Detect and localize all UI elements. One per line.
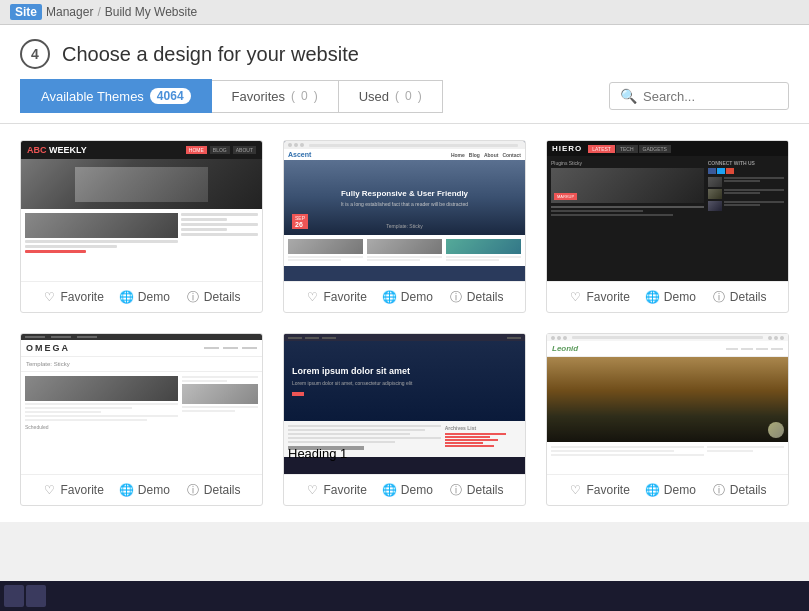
taskbar-btn-2[interactable]	[26, 585, 46, 607]
details-label-ascent: Details	[467, 290, 504, 304]
favorite-btn-omega[interactable]: ♡ Favorite	[42, 483, 103, 497]
details-btn-abc[interactable]: ⓘ Details	[186, 290, 241, 304]
favorite-label-primer: Favorite	[323, 483, 366, 497]
info-icon: ⓘ	[186, 290, 200, 304]
manager-link[interactable]: Manager	[46, 5, 93, 19]
details-label-omega: Details	[204, 483, 241, 497]
details-label-primer: Details	[467, 483, 504, 497]
favorites-count: (	[291, 89, 295, 103]
demo-label-ascent: Demo	[401, 290, 433, 304]
theme-card-leonid: Leonid	[546, 333, 789, 506]
main-content: 4 Choose a design for your website Avail…	[0, 25, 809, 522]
favorite-btn-leonid[interactable]: ♡ Favorite	[568, 483, 629, 497]
globe-icon-omega: 🌐	[120, 483, 134, 497]
search-icon: 🔍	[620, 88, 637, 104]
info-icon-hiero: ⓘ	[712, 290, 726, 304]
heart-icon-ascent: ♡	[305, 290, 319, 304]
tab-used[interactable]: Used (0)	[339, 80, 443, 113]
step-badge: 4	[20, 39, 50, 69]
theme-actions-abc: ♡ Favorite 🌐 Demo ⓘ Details	[21, 281, 262, 312]
theme-actions-ascent: ♡ Favorite 🌐 Demo ⓘ Details	[284, 281, 525, 312]
favorite-btn-primer[interactable]: ♡ Favorite	[305, 483, 366, 497]
theme-preview-omega: OMEGA Template: Sticky	[21, 334, 262, 474]
theme-preview-abc: ABC WEEKLY HOME BLOG ABOUT	[21, 141, 262, 281]
demo-label-primer: Demo	[401, 483, 433, 497]
tab-available-label: Available Themes	[41, 89, 144, 104]
tab-used-label: Used	[359, 89, 389, 104]
favorite-btn-abc[interactable]: ♡ Favorite	[42, 290, 103, 304]
search-input[interactable]	[643, 89, 778, 104]
available-count-badge: 4064	[150, 88, 191, 104]
demo-label-hiero: Demo	[664, 290, 696, 304]
theme-preview-hiero: HIERO LATEST TECH GADGETS Plugins Sticky…	[547, 141, 788, 281]
tab-favorites-label: Favorites	[232, 89, 285, 104]
info-icon-primer: ⓘ	[449, 483, 463, 497]
demo-btn-ascent[interactable]: 🌐 Demo	[383, 290, 433, 304]
demo-btn-leonid[interactable]: 🌐 Demo	[646, 483, 696, 497]
theme-actions-primer: ♡ Favorite 🌐 Demo ⓘ Details	[284, 474, 525, 505]
demo-label-leonid: Demo	[664, 483, 696, 497]
heart-icon-omega: ♡	[42, 483, 56, 497]
theme-card-hiero: HIERO LATEST TECH GADGETS Plugins Sticky…	[546, 140, 789, 313]
favorite-label-hiero: Favorite	[586, 290, 629, 304]
demo-label-omega: Demo	[138, 483, 170, 497]
current-page-label: Build My Website	[105, 5, 197, 19]
favorite-label-leonid: Favorite	[586, 483, 629, 497]
page-title: Choose a design for your website	[62, 43, 359, 66]
tab-favorites[interactable]: Favorites (0)	[212, 80, 339, 113]
favorites-count-val: 0	[301, 89, 308, 103]
favorite-btn-ascent[interactable]: ♡ Favorite	[305, 290, 366, 304]
theme-preview-ascent: Ascent Home Blog About Contact Fully Res…	[284, 141, 525, 281]
theme-grid: ABC WEEKLY HOME BLOG ABOUT	[0, 124, 809, 522]
demo-btn-abc[interactable]: 🌐 Demo	[120, 290, 170, 304]
theme-card-primer: Lorem ipsum dolor sit amet Lorem ipsum d…	[283, 333, 526, 506]
tab-available-themes[interactable]: Available Themes 4064	[20, 79, 212, 113]
details-label: Details	[204, 290, 241, 304]
topbar: Site Manager / Build My Website	[0, 0, 809, 25]
theme-preview-leonid: Leonid	[547, 334, 788, 474]
page-header: 4 Choose a design for your website	[0, 25, 809, 79]
info-icon-omega: ⓘ	[186, 483, 200, 497]
globe-icon-ascent: 🌐	[383, 290, 397, 304]
theme-actions-leonid: ♡ Favorite 🌐 Demo ⓘ Details	[547, 474, 788, 505]
demo-label: Demo	[138, 290, 170, 304]
details-btn-primer[interactable]: ⓘ Details	[449, 483, 504, 497]
details-btn-omega[interactable]: ⓘ Details	[186, 483, 241, 497]
used-count-close: )	[418, 89, 422, 103]
theme-card-abc-weekly: ABC WEEKLY HOME BLOG ABOUT	[20, 140, 263, 313]
theme-card-omega: OMEGA Template: Sticky	[20, 333, 263, 506]
globe-icon: 🌐	[120, 290, 134, 304]
globe-icon-leonid: 🌐	[646, 483, 660, 497]
favorites-count-close: )	[314, 89, 318, 103]
theme-actions-hiero: ♡ Favorite 🌐 Demo ⓘ Details	[547, 281, 788, 312]
details-btn-leonid[interactable]: ⓘ Details	[712, 483, 767, 497]
heart-icon-primer: ♡	[305, 483, 319, 497]
used-count: (	[395, 89, 399, 103]
info-icon-ascent: ⓘ	[449, 290, 463, 304]
taskbar	[0, 581, 809, 611]
tabs-row: Available Themes 4064 Favorites (0) Used…	[0, 79, 809, 124]
demo-btn-omega[interactable]: 🌐 Demo	[120, 483, 170, 497]
taskbar-btn-1[interactable]	[4, 585, 24, 607]
favorite-btn-hiero[interactable]: ♡ Favorite	[568, 290, 629, 304]
search-box[interactable]: 🔍	[609, 82, 789, 110]
theme-actions-omega: ♡ Favorite 🌐 Demo ⓘ Details	[21, 474, 262, 505]
details-btn-hiero[interactable]: ⓘ Details	[712, 290, 767, 304]
favorite-label: Favorite	[60, 290, 103, 304]
theme-card-ascent: Ascent Home Blog About Contact Fully Res…	[283, 140, 526, 313]
favorite-label-ascent: Favorite	[323, 290, 366, 304]
favorite-label-omega: Favorite	[60, 483, 103, 497]
breadcrumb-separator: /	[97, 5, 100, 19]
demo-btn-primer[interactable]: 🌐 Demo	[383, 483, 433, 497]
heart-icon-hiero: ♡	[568, 290, 582, 304]
demo-btn-hiero[interactable]: 🌐 Demo	[646, 290, 696, 304]
heart-icon: ♡	[42, 290, 56, 304]
used-count-val: 0	[405, 89, 412, 103]
site-badge[interactable]: Site	[10, 4, 42, 20]
theme-preview-primer: Lorem ipsum dolor sit amet Lorem ipsum d…	[284, 334, 525, 474]
details-label-hiero: Details	[730, 290, 767, 304]
info-icon-leonid: ⓘ	[712, 483, 726, 497]
details-label-leonid: Details	[730, 483, 767, 497]
details-btn-ascent[interactable]: ⓘ Details	[449, 290, 504, 304]
heart-icon-leonid: ♡	[568, 483, 582, 497]
